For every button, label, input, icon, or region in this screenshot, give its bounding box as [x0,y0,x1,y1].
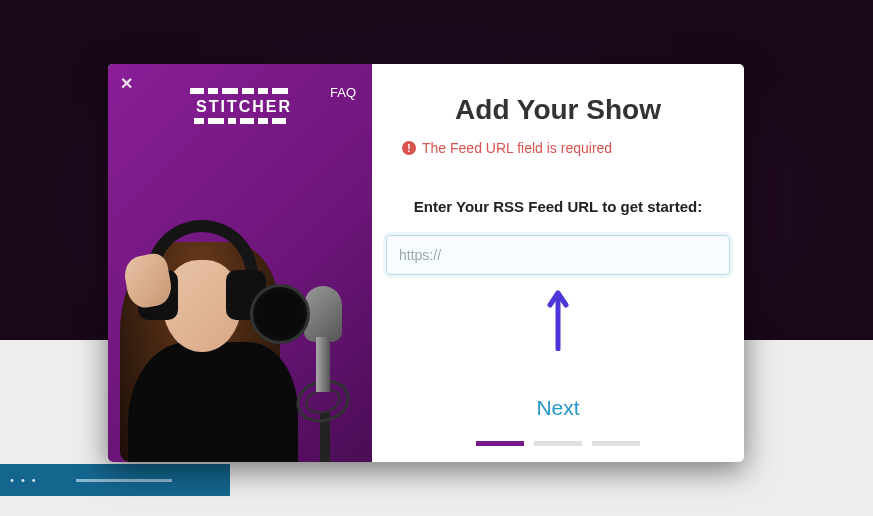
modal-title: Add Your Show [455,94,661,126]
modal-content: Add Your Show ! The Feed URL field is re… [372,64,744,462]
svg-rect-2 [222,88,238,94]
svg-rect-12 [272,118,286,124]
svg-rect-9 [228,118,236,124]
toolbar-dots-icon: • • • [10,474,38,486]
svg-rect-3 [242,88,254,94]
faq-link[interactable]: FAQ [330,85,356,100]
svg-rect-0 [190,88,204,94]
svg-rect-10 [240,118,254,124]
error-message: ! The Feed URL field is required [402,140,612,156]
svg-text:STITCHER: STITCHER [196,98,292,115]
rss-prompt-label: Enter Your RSS Feed URL to get started: [414,198,702,215]
add-show-modal: ✕ FAQ STITCHER [108,64,744,462]
progress-indicator [476,441,640,446]
podcaster-illustration [108,202,372,462]
stitcher-logo: STITCHER [190,88,298,128]
rss-url-input[interactable] [386,235,730,275]
progress-step-3 [592,441,640,446]
svg-rect-1 [208,88,218,94]
svg-rect-4 [258,88,268,94]
svg-rect-8 [208,118,224,124]
progress-step-1 [476,441,524,446]
bottom-toolbar: • • • [0,464,230,496]
progress-step-2 [534,441,582,446]
svg-rect-7 [194,118,204,124]
pointer-arrow-icon [547,289,569,351]
error-text: The Feed URL field is required [422,140,612,156]
svg-rect-5 [272,88,288,94]
error-icon: ! [402,141,416,155]
toolbar-progress-line [76,479,172,482]
close-icon[interactable]: ✕ [120,74,133,93]
svg-rect-11 [258,118,268,124]
next-button[interactable]: Next [536,396,579,420]
modal-sidebar: ✕ FAQ STITCHER [108,64,372,462]
